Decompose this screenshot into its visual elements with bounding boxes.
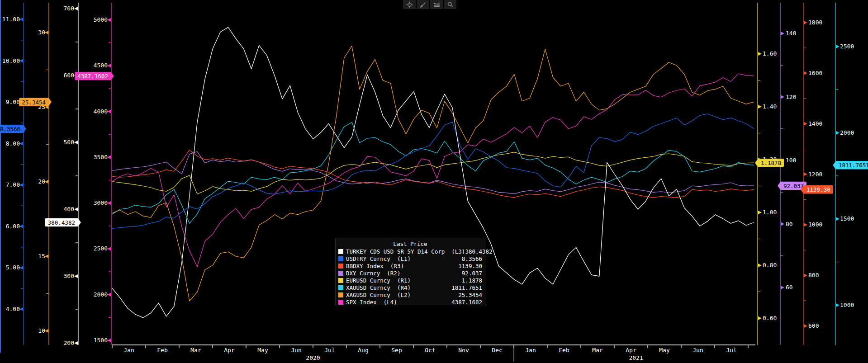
price-badge-turkey-cds: 380.4382: [45, 218, 81, 226]
legend-value: 8.3566: [462, 255, 482, 262]
legend-label: TURKEY CDS USD SR 5Y D14 Corp (L3): [346, 248, 465, 255]
legend-value: 92.037: [462, 270, 482, 277]
legend-rows: TURKEY CDS USD SR 5Y D14 Corp (L3)380.43…: [338, 248, 482, 306]
legend-swatch-icon: [338, 256, 343, 261]
legend-swatch-icon: [338, 278, 343, 283]
legend-swatch-icon: [338, 249, 343, 254]
legend-row[interactable]: XAGUSD Curncy (L2)25.3454: [338, 291, 482, 298]
legend-label: DXY Curncy (R2): [346, 270, 462, 277]
legend-swatch-icon: [338, 300, 343, 305]
price-badge-spx: 4387.1602: [75, 72, 114, 80]
legend-row[interactable]: USDTRY Curncy (L1)8.3566: [338, 255, 482, 262]
legend-label: EURUSD Curncy (R1): [346, 277, 462, 284]
legend-label: USDTRY Curncy (L1): [346, 255, 462, 262]
news-icon: [433, 2, 440, 8]
annotate-icon: [420, 1, 427, 8]
legend-swatch-icon: [338, 271, 343, 276]
legend-value: 380.4382: [465, 248, 492, 255]
legend-value: 1.1878: [462, 277, 482, 284]
legend-row[interactable]: BBDXY Index (R3)1139.30: [338, 262, 482, 269]
legend-swatch-icon: [338, 285, 343, 290]
price-badge-eurusd: 1.1878: [755, 159, 784, 167]
legend-row[interactable]: DXY Curncy (R2)92.037: [338, 269, 482, 277]
legend-swatch-icon: [338, 264, 343, 269]
legend-row[interactable]: EURUSD Curncy (R1)1.1878: [338, 277, 482, 284]
price-badge-bbdxy: 1139.30: [801, 185, 833, 194]
zoom-button[interactable]: [444, 0, 456, 9]
bloomberg-chart-window: 11.0010.009.008.007.006.005.004.00302520…: [0, 0, 868, 363]
legend-label: BBDXY Index (R3): [346, 263, 458, 269]
legend-label: XAUUSD Curncy (R4): [346, 284, 451, 291]
legend-value: 4387.1602: [451, 299, 482, 306]
price-badge-xauusd: 1811.7651: [833, 161, 868, 170]
legend-box: Last Price TURKEY CDS USD SR 5Y D14 Corp…: [335, 238, 486, 305]
legend-label: SPX Index (L4): [346, 299, 451, 306]
zoom-icon: [447, 1, 454, 8]
legend-value: 25.3454: [458, 292, 482, 298]
legend-value: 1139.30: [458, 263, 482, 269]
news-button[interactable]: [430, 0, 443, 9]
crosshair-button[interactable]: [403, 0, 416, 9]
chart-toolbar: [403, 0, 456, 9]
legend-label: XAGUSD Curncy (L2): [346, 292, 458, 298]
legend-title: Last Price: [338, 240, 482, 248]
price-badge-usdtry: 8.3566: [0, 125, 26, 133]
legend-row[interactable]: XAUUSD Curncy (R4)1811.7651: [338, 284, 482, 291]
price-badge-xagusd: 25.3454: [19, 98, 52, 106]
legend-row[interactable]: TURKEY CDS USD SR 5Y D14 Corp (L3)380.43…: [338, 248, 482, 255]
crosshair-icon: [406, 1, 413, 8]
annotate-button[interactable]: [417, 0, 429, 9]
legend-value: 1811.7651: [451, 284, 482, 291]
legend-swatch-icon: [338, 292, 343, 297]
legend-row[interactable]: SPX Index (L4)4387.1602: [338, 298, 482, 306]
